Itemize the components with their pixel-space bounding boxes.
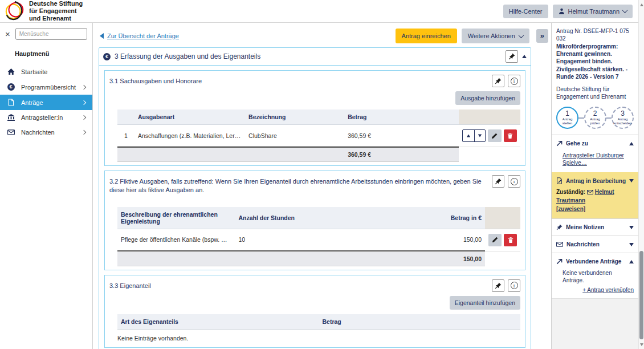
progress-step-3: 3 Antrag entscheiden: [612, 107, 634, 129]
column-header: Betrag: [319, 314, 521, 330]
messages-header[interactable]: Nachrichten: [556, 241, 634, 247]
total-amount: 150,00: [397, 251, 485, 266]
home-icon: [7, 68, 15, 75]
assign-link[interactable]: [zuweisen]: [556, 206, 585, 212]
sidebar-item-programmuebersicht[interactable]: € Programmübersicht: [0, 79, 92, 95]
goto-arrow-icon: [556, 258, 563, 265]
pencil-icon: [491, 133, 498, 139]
column-header-actions: [485, 207, 520, 229]
application-info-panel: Antrag Nr. DSEE-MFP-1 075 032 Mikroförde…: [551, 23, 638, 349]
chevron-right-icon: [81, 84, 86, 89]
move-up-button[interactable]: [463, 130, 474, 141]
scroll-down-arrow[interactable]: [639, 341, 644, 348]
pin-button[interactable]: [492, 279, 504, 292]
top-header: Deutsche Stiftung für Engagement und Ehr…: [0, 0, 638, 23]
close-menu-icon[interactable]: ×: [5, 30, 10, 38]
header-actions: Hilfe-Center Helmut Trautmann: [503, 5, 633, 18]
goto-section-header[interactable]: Gehe zu: [556, 140, 634, 147]
section-3-panel: € 3 Erfassung der Ausgaben und des Eigen…: [99, 47, 531, 349]
file-edit-icon: [556, 177, 563, 184]
document-icon: [7, 99, 15, 106]
bank-icon: [7, 114, 15, 121]
total-amount: 360,59 €: [344, 147, 459, 162]
back-to-overview-link[interactable]: Zur Übersicht der Anträge: [100, 33, 179, 39]
scroll-up-arrow[interactable]: [639, 1, 644, 8]
main-content: Zur Übersicht der Anträge Antrag einreic…: [93, 23, 551, 349]
info-button[interactable]: i: [508, 175, 520, 188]
back-arrow-icon: [100, 33, 104, 39]
vertical-scrollbar[interactable]: [638, 0, 644, 349]
chevron-right-icon: [81, 130, 86, 135]
progress-step-1: 1 Antrag stellen: [556, 107, 578, 129]
linked-applications-section: Verbundene Anträge Keine verbundenen Ant…: [552, 253, 638, 298]
sidebar-item-startseite[interactable]: Startseite: [0, 64, 92, 79]
logo-text: Deutsche Stiftung für Engagement und Ehr…: [29, 0, 83, 22]
fictional-expenses-table: Beschreibung der ehrenamtlichen Eigenlei…: [117, 207, 520, 266]
person-icon: [559, 8, 565, 14]
trash-icon: [507, 132, 513, 139]
help-center-button[interactable]: Hilfe-Center: [503, 5, 548, 18]
goto-applicant-link[interactable]: Antragsteller Duisburger Spielve…: [563, 152, 634, 167]
in-progress-header[interactable]: Antrag in Bearbeitung: [556, 177, 634, 184]
chevron-down-icon: [622, 7, 628, 13]
link-application-link[interactable]: + Antrag verknüpfen: [556, 287, 634, 293]
in-progress-section: Antrag in Bearbeitung Zuständig: Helmut …: [552, 172, 638, 218]
collapse-section-icon[interactable]: [522, 55, 527, 58]
program-name: Mikroförderprogramm: Ehrenamt gewinnen. …: [556, 43, 634, 80]
more-actions-button[interactable]: Weitere Aktionen: [462, 29, 529, 43]
user-menu-button[interactable]: Helmut Trautmann: [553, 5, 633, 18]
euro-circle-icon: €: [7, 83, 15, 91]
submit-application-button[interactable]: Antrag einreichen: [396, 29, 457, 43]
chevron-down-icon: [518, 33, 524, 38]
info-button[interactable]: i: [508, 279, 520, 292]
column-header: Betrag in €: [397, 207, 485, 229]
menu-heading: Hauptmenü: [0, 40, 92, 64]
notes-section: Meine Notizen: [552, 218, 638, 236]
pin-button[interactable]: [492, 75, 504, 87]
menu-search-input[interactable]: [15, 28, 87, 40]
add-expense-button[interactable]: Ausgabe hinzufügen: [455, 91, 520, 105]
pin-button[interactable]: [506, 50, 518, 63]
chevron-right-icon: [81, 115, 86, 120]
collapse-icon[interactable]: [629, 142, 634, 145]
delete-row-button[interactable]: [504, 234, 517, 246]
sidebar-item-antraege[interactable]: Anträge: [0, 95, 92, 110]
progress-steps: 1 Antrag stellen 2 Antrag prüfen 3 Antra…: [556, 107, 634, 129]
dsee-logo-icon: [5, 1, 25, 22]
collapse-icon[interactable]: [629, 179, 634, 182]
collapse-info-panel-button[interactable]: »: [536, 29, 548, 43]
linked-applications-header[interactable]: Verbundene Anträge: [556, 258, 634, 265]
subsection-3-2: 3.2 Fiktive Ausgaben, falls zutreffend: …: [104, 171, 525, 270]
collapse-icon[interactable]: [629, 260, 634, 263]
move-down-button[interactable]: [474, 130, 486, 141]
section-3-header[interactable]: € 3 Erfassung der Ausgaben und des Eigen…: [99, 48, 531, 66]
collapse-icon[interactable]: [629, 226, 634, 229]
total-row: 150,00: [117, 251, 520, 266]
progress-step-2: 2 Antrag prüfen: [584, 107, 606, 129]
notes-header[interactable]: Meine Notizen: [556, 224, 634, 230]
subsection-3-1: 3.1 Sachausgaben und Honorare i Ausgabe …: [104, 70, 525, 166]
info-icon: i: [511, 178, 518, 185]
column-header: Anzahl der Stunden: [235, 207, 397, 229]
empty-table-row: Keine Einträge vorhanden.: [117, 329, 520, 344]
add-own-contribution-button[interactable]: Eigenanteil hinzufügen: [450, 296, 520, 310]
mail-icon: [587, 190, 593, 194]
column-header: Art des Eigenanteils: [117, 314, 319, 330]
scrollbar-thumb[interactable]: [639, 251, 643, 339]
sidebar-item-nachrichten[interactable]: Nachrichten: [0, 125, 92, 140]
pin-button[interactable]: [492, 175, 504, 188]
edit-row-button[interactable]: [488, 129, 501, 142]
messages-section: Nachrichten: [552, 236, 638, 253]
table-row: 1 Anschaffungen (z.B. Materialien, Lernm…: [117, 125, 520, 147]
column-header: Beschreibung der ehrenamtlichen Eigenlei…: [117, 207, 235, 229]
assignee-label: Zuständig:: [556, 189, 585, 195]
delete-row-button[interactable]: [504, 129, 517, 142]
toolbar: Zur Übersicht der Anträge Antrag einreic…: [99, 27, 548, 47]
sidebar-item-antragsteller[interactable]: Antragsteller:in: [0, 110, 92, 125]
info-button[interactable]: i: [508, 75, 520, 87]
collapse-icon[interactable]: [629, 243, 634, 246]
info-panel-filler: [552, 298, 638, 349]
column-header-number: [117, 109, 134, 125]
table-row: Pflege der öffentlichen Kanäle (bspw. We…: [117, 229, 520, 251]
edit-row-button[interactable]: [488, 234, 502, 246]
